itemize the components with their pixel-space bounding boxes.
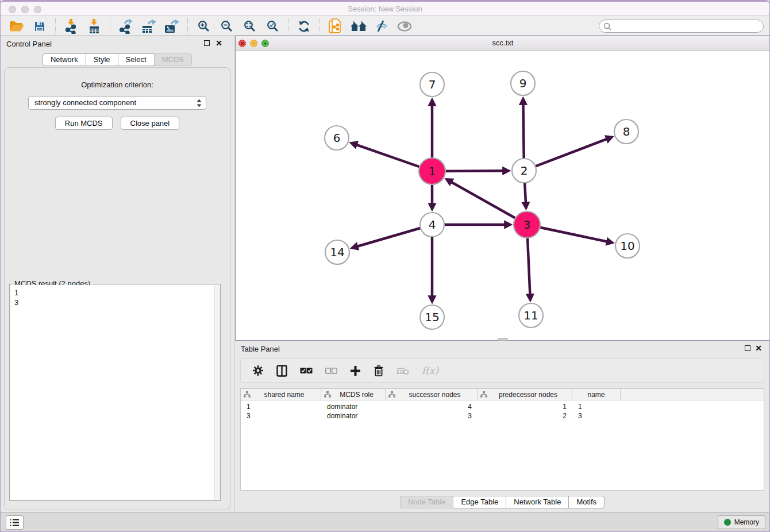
control-panel: Control Panel ✕ NetworkStyleSelectMCDS O… [1, 36, 234, 512]
node-2[interactable]: 2 [512, 159, 536, 183]
node-14[interactable]: 14 [325, 240, 349, 264]
run-mcds-button[interactable]: Run MCDS [55, 117, 113, 130]
import-table-icon[interactable] [83, 18, 106, 35]
tab-motifs[interactable]: Motifs [568, 496, 605, 508]
hierarchy-icon [244, 391, 251, 398]
export-table-icon[interactable] [137, 18, 160, 35]
home-icon[interactable] [347, 18, 370, 35]
column-header-predecessor-nodes[interactable]: predecessor nodes [478, 389, 572, 400]
tab-select[interactable]: Select [118, 53, 155, 66]
table-cell: 1 [241, 402, 321, 411]
delete-table-icon[interactable] [396, 367, 409, 375]
node-table: shared nameMCDS rolesuccessor nodesprede… [240, 388, 764, 491]
hierarchy-icon [388, 391, 395, 398]
node-7[interactable]: 7 [420, 72, 444, 97]
hide-panel-icon[interactable] [370, 18, 393, 35]
table-cell: 1 [478, 402, 572, 411]
column-header-successor-nodes[interactable]: successor nodes [386, 389, 478, 400]
svg-text:1: 1 [429, 164, 436, 178]
select-all-icon[interactable] [300, 367, 313, 374]
table-cell: 3 [572, 411, 621, 421]
open-file-icon[interactable] [5, 18, 28, 35]
import-network-icon[interactable] [60, 18, 83, 35]
toolbar-separator [319, 18, 320, 34]
delete-column-icon[interactable] [374, 365, 384, 377]
svg-text:11: 11 [523, 309, 538, 322]
float-table-panel-icon[interactable] [745, 345, 750, 351]
table-row[interactable]: 3dominator323 [241, 411, 764, 421]
table-cell: 3 [386, 411, 478, 421]
table-panel-tabs: Node TableEdge TableNetwork TableMotifs [235, 496, 769, 508]
node-9[interactable]: 9 [511, 71, 535, 95]
float-panel-icon[interactable] [204, 40, 210, 46]
zoom-fit-icon[interactable] [238, 18, 261, 35]
table-toolbar: f(x) [240, 358, 764, 383]
tab-mcds[interactable]: MCDS [154, 53, 192, 66]
network-canvas[interactable]: 7968124314101511 [236, 51, 770, 340]
gear-icon[interactable] [252, 365, 264, 376]
node-11[interactable]: 11 [519, 303, 543, 327]
close-panel-button[interactable]: Close panel [121, 117, 180, 130]
svg-text:7: 7 [429, 78, 436, 91]
export-network-icon[interactable] [114, 18, 137, 35]
search-input[interactable] [611, 22, 763, 30]
table-cell: 1 [572, 402, 621, 411]
table-cell: 2 [478, 411, 572, 421]
node-4[interactable]: 4 [420, 213, 444, 237]
table-cell: 4 [386, 402, 478, 411]
zoom-out-icon[interactable] [215, 18, 238, 35]
zoom-selected-icon[interactable] [261, 18, 284, 35]
close-panel-icon[interactable]: ✕ [215, 38, 222, 48]
node-15[interactable]: 15 [420, 305, 444, 329]
close-table-panel-icon[interactable]: ✕ [755, 344, 762, 353]
hierarchy-icon [324, 391, 331, 398]
optimization-value: strongly connected component [34, 98, 136, 107]
deselect-all-icon[interactable] [325, 368, 337, 374]
mcds-result-text[interactable]: 13 [10, 285, 220, 500]
memory-button[interactable]: Memory [718, 515, 765, 529]
tab-style[interactable]: Style [86, 53, 118, 66]
table-cell: dominator [321, 402, 386, 411]
chevron-updown-icon [197, 99, 202, 111]
network-title: scc.txt [236, 38, 770, 47]
svg-text:10: 10 [620, 239, 634, 253]
search-icon [603, 22, 611, 30]
apply-layout-icon[interactable] [292, 18, 315, 35]
node-10[interactable]: 10 [615, 234, 640, 258]
hierarchy-icon [480, 391, 487, 398]
save-session-icon[interactable] [28, 18, 51, 35]
memory-label: Memory [734, 518, 759, 526]
control-panel-tabs: NetworkStyleSelectMCDS [1, 53, 234, 66]
node-3[interactable]: 3 [514, 211, 540, 238]
edge-2-8[interactable] [524, 138, 608, 171]
column-header-name[interactable]: name [572, 389, 621, 400]
node-1[interactable]: 1 [419, 158, 445, 184]
node-table-body: 1dominator4113dominator323 [241, 400, 764, 421]
memory-status-icon [724, 519, 731, 526]
control-panel-title: Control Panel [6, 40, 52, 48]
column-header-MCDS-role[interactable]: MCDS role [321, 389, 386, 400]
add-column-icon[interactable] [350, 365, 361, 376]
control-panel-header: Control Panel ✕ [1, 36, 234, 52]
node-6[interactable]: 6 [325, 126, 349, 150]
optimization-select[interactable]: strongly connected component [28, 96, 206, 110]
export-image-icon[interactable] [160, 18, 183, 35]
search-box [599, 20, 764, 33]
table-row[interactable]: 1dominator411 [241, 402, 764, 411]
tab-network[interactable]: Network [43, 53, 86, 66]
clone-network-icon[interactable] [324, 18, 347, 35]
tab-edge-table[interactable]: Edge Table [453, 496, 506, 508]
node-table-header: shared nameMCDS rolesuccessor nodesprede… [241, 389, 764, 400]
network-window-titlebar[interactable]: ✕ − + scc.txt [236, 36, 770, 51]
node-8[interactable]: 8 [614, 119, 638, 144]
result-scrollbar[interactable] [214, 285, 220, 500]
function-builder-icon[interactable]: f(x) [422, 365, 438, 376]
column-settings-icon[interactable] [276, 365, 287, 377]
zoom-in-icon[interactable] [192, 18, 215, 35]
column-header-shared-name[interactable]: shared name [241, 389, 321, 400]
list-icon [10, 518, 20, 527]
show-panel-icon[interactable] [393, 18, 416, 35]
task-history-button[interactable] [6, 515, 24, 530]
tab-node-table[interactable]: Node Table [400, 496, 454, 508]
tab-network-table[interactable]: Network Table [506, 496, 569, 508]
